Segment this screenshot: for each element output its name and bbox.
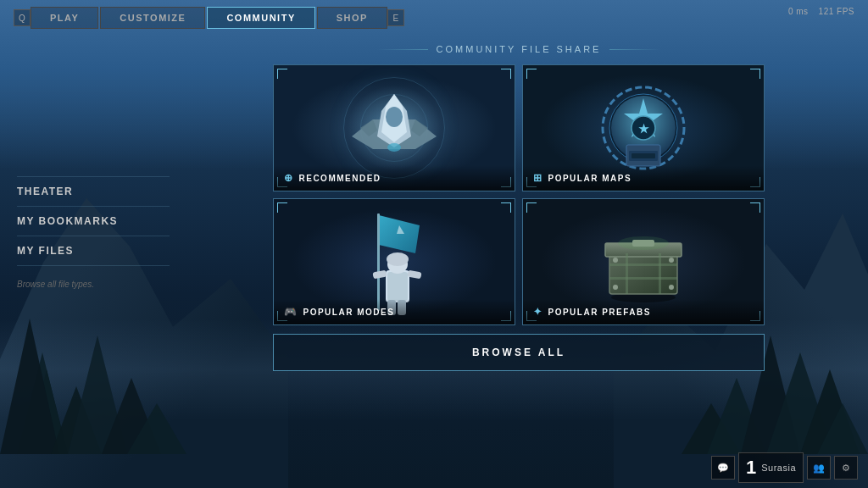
- svg-rect-37: [372, 270, 387, 280]
- modes-icon: 🎮: [284, 306, 298, 318]
- player-info: 1 Surasia: [738, 452, 804, 483]
- sidebar-item-bookmarks[interactable]: MY BOOKMARKS: [17, 207, 170, 236]
- svg-rect-42: [609, 253, 677, 294]
- nav-tabs: PLAY CUSTOMIZE COMMUNITY SHOP: [31, 7, 387, 29]
- maps-icon: ⊞: [533, 172, 543, 184]
- sidebar-item-files[interactable]: MY FILES: [17, 236, 170, 266]
- left-key: Q: [14, 9, 31, 26]
- sidebar-item-theater[interactable]: THEATER: [17, 176, 170, 207]
- medallion-svg: ★: [597, 81, 690, 175]
- svg-rect-45: [609, 263, 677, 266]
- svg-point-36: [387, 252, 409, 266]
- chat-icon[interactable]: 💬: [711, 456, 735, 480]
- recommended-icon: ⊕: [284, 172, 294, 184]
- browse-all-button[interactable]: BROWSE ALL: [273, 334, 765, 371]
- svg-rect-46: [609, 277, 677, 280]
- card-modes-label: 🎮 POPULAR MODES: [274, 299, 515, 324]
- svg-marker-30: [379, 215, 420, 253]
- cards-grid: ⊕ RECOMMENDED: [273, 64, 765, 325]
- settings-icon[interactable]: ⚙: [834, 456, 858, 480]
- main-content: COMMUNITY FILE SHARE: [186, 44, 851, 471]
- tab-shop[interactable]: SHOP: [317, 7, 387, 29]
- card-maps-label: ⊞ POPULAR MAPS: [523, 165, 764, 191]
- card-popular-prefabs[interactable]: ✦ POPULAR PREFABS: [522, 198, 765, 325]
- section-title: COMMUNITY FILE SHARE: [377, 44, 661, 54]
- crate-svg: [597, 219, 690, 304]
- svg-rect-48: [659, 253, 661, 294]
- svg-point-53: [618, 236, 669, 250]
- svg-point-18: [387, 143, 401, 152]
- friends-icon[interactable]: 👥: [807, 456, 831, 480]
- svg-point-50: [669, 258, 674, 263]
- svg-text:★: ★: [638, 122, 649, 136]
- card-prefabs-label: ✦ POPULAR PREFABS: [523, 299, 764, 324]
- card-recommended[interactable]: ⊕ RECOMMENDED: [273, 64, 515, 191]
- card-popular-modes[interactable]: 🎮 POPULAR MODES: [273, 198, 515, 325]
- ms-stat: 0 ms: [788, 7, 809, 16]
- prefabs-icon: ✦: [533, 306, 543, 318]
- top-bar: Q PLAY CUSTOMIZE COMMUNITY SHOP E 0 ms 1…: [0, 0, 868, 36]
- svg-rect-47: [626, 253, 628, 294]
- svg-rect-34: [387, 272, 408, 301]
- svg-rect-32: [377, 214, 380, 311]
- perf-stats: 0 ms 121 FPS: [788, 7, 854, 16]
- card-recommended-label: ⊕ RECOMMENDED: [274, 165, 515, 191]
- svg-rect-29: [632, 153, 655, 158]
- tab-play[interactable]: PLAY: [31, 7, 98, 29]
- tab-customize[interactable]: CUSTOMIZE: [100, 7, 205, 29]
- tab-community[interactable]: COMMUNITY: [207, 7, 314, 29]
- svg-point-17: [386, 107, 403, 127]
- sidebar-hint: Browse all file types.: [17, 280, 170, 289]
- fps-stat: 121 FPS: [819, 7, 854, 16]
- player-number: 1: [746, 457, 756, 479]
- right-key: E: [387, 9, 404, 26]
- player-name: Surasia: [761, 463, 796, 473]
- main-container: Q PLAY CUSTOMIZE COMMUNITY SHOP E 0 ms 1…: [0, 0, 868, 488]
- bottom-bar: 💬 1 Surasia 👥 ⚙: [701, 447, 868, 488]
- svg-point-52: [669, 285, 674, 290]
- svg-point-49: [613, 258, 618, 263]
- spaceship-svg: [343, 81, 445, 175]
- card-popular-maps[interactable]: ★ ⊞ POPULAR MAPS: [522, 64, 765, 191]
- svg-point-51: [613, 285, 618, 290]
- sidebar: THEATER MY BOOKMARKS MY FILES Browse all…: [17, 44, 170, 471]
- content-area: THEATER MY BOOKMARKS MY FILES Browse all…: [0, 36, 868, 488]
